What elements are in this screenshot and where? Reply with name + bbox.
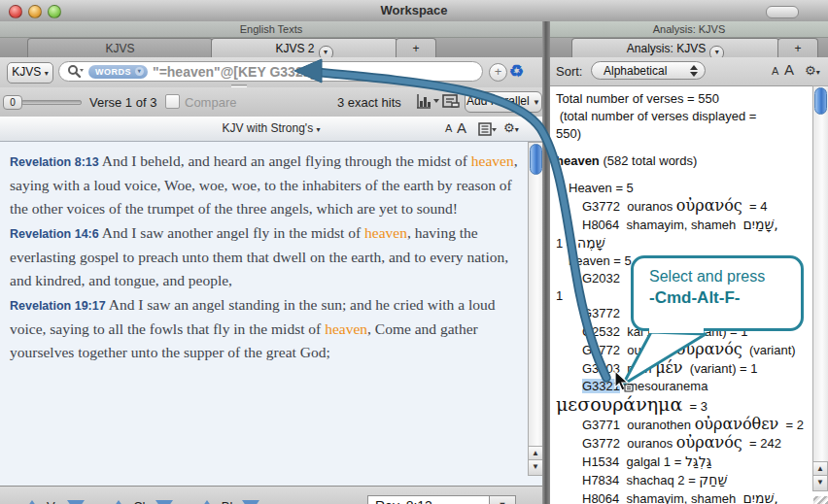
- verse-up-button[interactable]: [23, 500, 41, 504]
- analysis-text: οὐρανός: [676, 340, 742, 358]
- analysis-line: G3303 men μέν (variant) = 1: [552, 359, 812, 378]
- search-input[interactable]: WORDS ▾ "=heaven"@[KEY G3321]: [58, 61, 483, 82]
- analysis-text: = 1: [664, 454, 685, 469]
- analysis-line: שָׁמֶה = 1: [552, 234, 812, 252]
- display-settings-icon[interactable]: [478, 122, 497, 136]
- gear-glyph: ⚙: [805, 63, 816, 78]
- analysis-text: mesouranema: [620, 379, 707, 393]
- verse-reference[interactable]: Revelation 14:6: [10, 227, 99, 241]
- add-search-button[interactable]: +: [489, 63, 507, 82]
- analysis-scrollbar[interactable]: [812, 85, 828, 463]
- analysis-line: G3772 ouranos οὐρανός = 4: [552, 197, 812, 216]
- search-bar: KJVS ▾ WORDS ▾ "=heaven"@[KEY G3321] + ♻: [0, 57, 542, 88]
- analysis-text: = 3: [682, 399, 707, 414]
- analysis-text: οὐρανός: [676, 433, 742, 452]
- pane-divider[interactable]: [542, 21, 550, 504]
- scroll-down-button[interactable]: ▼: [812, 475, 828, 491]
- gear-glyph: ⚙: [503, 120, 515, 135]
- context-slider[interactable]: [21, 100, 82, 105]
- verse-reference[interactable]: Revelation 8:13: [10, 155, 99, 169]
- hit-word[interactable]: heaven: [471, 152, 514, 169]
- gear-icon[interactable]: ⚙▾: [805, 63, 820, 78]
- analysis-line: μεσουράνημα = 3: [552, 395, 812, 416]
- selected-strongs-number[interactable]: G3321: [582, 379, 620, 393]
- plus-icon: +: [412, 42, 419, 55]
- analysis-text: H1534 galgal: [582, 454, 664, 469]
- sort-stepper-icon[interactable]: [690, 65, 698, 77]
- tab-kjvs2-label: KJVS 2: [275, 42, 314, 55]
- navigation-footer: Vs Ch Bk Rev. 8:13 ▼: [0, 486, 542, 504]
- chapter-down-button[interactable]: [155, 500, 173, 504]
- book-down-button[interactable]: [242, 500, 259, 504]
- scroll-down-button[interactable]: ▼: [528, 459, 543, 476]
- text-scrollbar-thumb[interactable]: [530, 144, 542, 175]
- analysis-text: = 2: [677, 473, 699, 487]
- tab-analysis[interactable]: Analysis: KJVS▾: [571, 38, 779, 58]
- analysis-text: שַׁחַק: [699, 472, 727, 487]
- amplify-details-icon[interactable]: [442, 93, 460, 109]
- increase-font-button[interactable]: A: [457, 119, 466, 136]
- analysis-text: H7834 shachaq: [582, 473, 677, 487]
- analysis-text: (variant) = 1: [683, 361, 758, 376]
- tab-kjvs[interactable]: KJVS: [27, 38, 213, 58]
- analysis-line: G3772 ouranos οὐρανός = 242: [552, 434, 812, 453]
- decrease-font-button[interactable]: A: [772, 65, 778, 77]
- scope-label: WORDS: [95, 67, 131, 77]
- hit-word[interactable]: heaven: [325, 320, 367, 337]
- module-select-button[interactable]: KJVS ▾: [7, 62, 53, 84]
- sort-dropdown[interactable]: Alphabetical: [591, 61, 706, 80]
- reference-input[interactable]: Rev. 8:13: [367, 495, 490, 504]
- chevron-down-icon: ▾: [816, 68, 820, 77]
- add-parallel-button[interactable]: Add Parallel ▼: [465, 91, 542, 113]
- toolbar-toggle-button[interactable]: [766, 6, 799, 18]
- chevron-down-icon: ▾: [45, 69, 49, 78]
- verse-text: And I beheld, and heard an angel flying …: [102, 152, 471, 169]
- analysis-line: Heaven = 5: [552, 180, 812, 197]
- analysis-text: גַּלְגַּל: [685, 454, 711, 469]
- sort-toolbar: Sort: Alphabetical A A ⚙▾: [550, 57, 828, 86]
- book-up-button[interactable]: [198, 500, 216, 504]
- analysis-text: שָׁמַיִם,: [742, 217, 777, 232]
- analysis-line: H8064 shamayim, shameh שָׁמַיִם,: [552, 489, 812, 504]
- search-scope-pill[interactable]: WORDS ▾: [88, 65, 148, 79]
- resize-grip[interactable]: [813, 496, 828, 504]
- text-pane: English Texts KJVS KJVS 2▾ + KJVS ▾: [0, 21, 542, 504]
- analysis-text: = 4: [742, 199, 768, 214]
- verse-reference[interactable]: Revelation 19:17: [10, 299, 106, 313]
- scope-dropdown-icon: ▾: [135, 67, 144, 76]
- decrease-font-button[interactable]: A: [445, 122, 452, 134]
- context-slider-value[interactable]: 0: [3, 95, 22, 110]
- add-tab-button[interactable]: +: [396, 38, 436, 58]
- tab-analysis-label: Analysis: KJVS: [627, 42, 706, 55]
- analysis-text: G3772 ouranos: [582, 199, 676, 214]
- analysis-text: G2032: [582, 271, 620, 286]
- chapter-up-button[interactable]: [110, 500, 127, 504]
- verse: Revelation 14:6 And I saw another angel …: [10, 221, 519, 292]
- chapter-nav-label: Ch: [133, 499, 150, 504]
- reference-dropdown-button[interactable]: ▼: [489, 495, 516, 504]
- verse-down-button[interactable]: [67, 500, 85, 504]
- analysis-graph-icon[interactable]: [416, 93, 439, 109]
- callout-tail-joint: [649, 328, 704, 333]
- analysis-line: 550): [552, 125, 812, 143]
- increase-font-button[interactable]: A: [784, 61, 794, 78]
- tab-kjvs2[interactable]: KJVS 2▾: [211, 38, 397, 58]
- analysis-line: [552, 143, 812, 152]
- analysis-text: = 242: [742, 436, 781, 451]
- search-icon[interactable]: [67, 64, 84, 79]
- add-analysis-tab-button[interactable]: +: [777, 38, 818, 58]
- analysis-text: = 2: [778, 418, 804, 432]
- left-tab-strip: KJVS KJVS 2▾ +: [0, 38, 542, 58]
- gear-icon[interactable]: ⚙▾: [503, 120, 519, 135]
- left-zone-label: English Texts: [0, 21, 542, 38]
- analysis-text: G3772 ouranos: [582, 343, 676, 357]
- search-query-text[interactable]: "=heaven"@[KEY G3321]: [153, 64, 315, 80]
- hit-word[interactable]: heaven: [364, 224, 407, 241]
- verse: Revelation 19:17 And I saw an angel stan…: [10, 293, 519, 364]
- analysis-text: (variant): [742, 343, 796, 357]
- analysis-text: G3771 ouranothen: [582, 418, 695, 432]
- analysis-scrollbar-thumb[interactable]: [814, 87, 827, 115]
- compare-checkbox[interactable]: [165, 94, 180, 109]
- update-search-icon[interactable]: ♻: [509, 61, 524, 82]
- analysis-line: (total number of verses displayed =: [552, 108, 812, 125]
